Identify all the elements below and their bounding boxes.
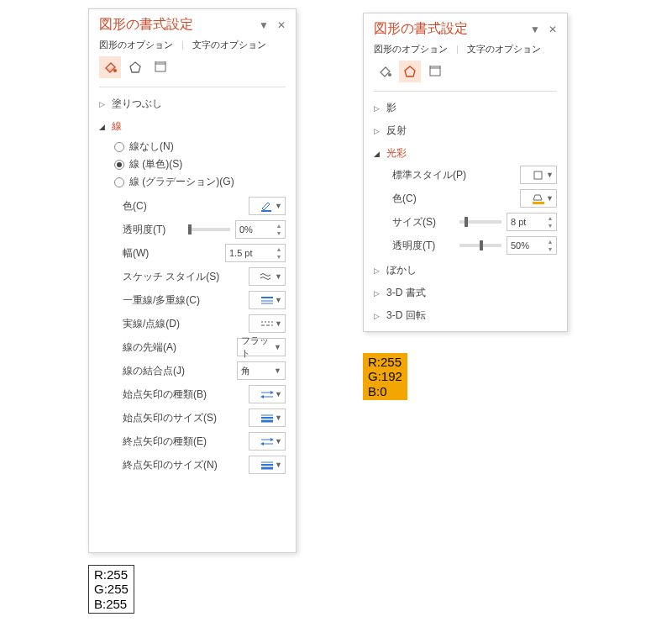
spinner[interactable]: ▲▼ [545, 238, 555, 253]
transparency-value[interactable]: 0% ▲▼ [235, 220, 286, 239]
join-dropdown[interactable]: 角▼ [237, 361, 286, 380]
fill-line-tab[interactable] [374, 61, 396, 82]
rotate3d-section: ▷3-D 回転 [364, 304, 567, 327]
rgb-amber-annotation: R:255 G:192 B:0 [363, 353, 407, 400]
spinner[interactable]: ▲▼ [545, 214, 555, 229]
color-picker[interactable]: ▼ [249, 197, 286, 215]
glow-size-slider[interactable] [459, 220, 501, 224]
prop-width: 幅(W) 1.5 pt ▲▼ [99, 241, 286, 265]
svg-rect-28 [430, 68, 440, 76]
tab-shape-options[interactable]: 図形のオプション [374, 44, 448, 54]
fill-section-header[interactable]: ▷ 塗りつぶし [99, 94, 286, 113]
triangle-right-icon: ▷ [374, 289, 382, 298]
paint-bucket-icon [102, 60, 118, 75]
prop-transparency: 透明度(T) 0% ▲▼ [99, 218, 286, 241]
tab-shape-options[interactable]: 図形のオプション [99, 40, 173, 50]
svg-rect-33 [533, 202, 544, 204]
width-value[interactable]: 1.5 pt ▲▼ [225, 244, 286, 262]
category-tabs [89, 56, 296, 82]
line-type-radios: 線なし(N) 線 (単色)(S) 線 (グラデーション)(G) [99, 136, 286, 194]
begin-arrow-size-dropdown[interactable]: ▼ [249, 409, 286, 427]
prop-glow-size: サイズ(S) 8 pt ▲▼ [374, 210, 557, 234]
radio-line-solid[interactable]: 線 (単色)(S) [114, 156, 286, 173]
glow-transparency-slider[interactable] [459, 244, 501, 247]
transparency-slider[interactable] [188, 228, 230, 231]
pen-icon [260, 200, 275, 212]
svg-point-0 [113, 69, 117, 72]
prop-end-arrow-type-label: 終点矢印の種類(E) [123, 435, 249, 449]
format-shape-panel-right: 図形の書式設定 ▼ ✕ 図形のオプション|文字のオプション ▷影 ▷反射 ◢光彩… [363, 13, 568, 332]
wavy-line-icon [259, 271, 276, 282]
prop-dash-label: 実線/点線(D) [123, 317, 249, 331]
panel-menu-caret[interactable]: ▼ [259, 19, 269, 31]
end-arrow-size-dropdown[interactable]: ▼ [249, 456, 286, 474]
line-section-header[interactable]: ◢ 線 [99, 117, 286, 136]
prop-join-label: 線の結合点(J) [123, 364, 237, 378]
triangle-right-icon: ▷ [374, 266, 382, 275]
size-tab[interactable] [424, 61, 446, 82]
format3d-header[interactable]: ▷3-D 書式 [374, 283, 557, 303]
square-icon [532, 169, 545, 181]
tab-text-options[interactable]: 文字のオプション [467, 44, 541, 54]
triangle-down-icon: ◢ [99, 123, 108, 131]
prop-cap-label: 線の先端(A) [123, 340, 237, 355]
svg-point-26 [388, 73, 391, 76]
glow-preset-dropdown[interactable]: ▼ [520, 166, 557, 184]
glow-color-picker[interactable]: ▼ [520, 189, 557, 208]
radio-icon [114, 142, 124, 152]
fill-line-tab[interactable] [99, 56, 121, 78]
lines-icon [259, 413, 276, 423]
radio-line-none[interactable]: 線なし(N) [114, 138, 286, 156]
begin-arrow-type-dropdown[interactable]: ▼ [249, 385, 286, 403]
compound-dropdown[interactable]: ▼ [249, 291, 286, 309]
prop-join: 線の結合点(J) 角▼ [99, 359, 286, 382]
size-tab[interactable] [150, 56, 171, 78]
divider [374, 91, 557, 92]
svg-rect-6 [261, 210, 271, 212]
spinner[interactable]: ▲▼ [274, 245, 284, 261]
reflection-header[interactable]: ▷反射 [374, 121, 557, 140]
arrows-icon [259, 389, 276, 399]
panel-menu-caret[interactable]: ▼ [530, 24, 540, 35]
panel-title: 図形の書式設定 [99, 16, 250, 34]
effects-tab[interactable] [124, 56, 146, 78]
fill-section: ▷ 塗りつぶし [89, 92, 296, 115]
triple-line-icon [259, 295, 276, 305]
glow-transparency-value[interactable]: 50% ▲▼ [507, 236, 557, 255]
svg-rect-2 [155, 64, 165, 71]
rgb-white-annotation: R:255 G:255 B:255 [88, 565, 134, 614]
radio-label: 線 (単色)(S) [129, 157, 182, 171]
prop-end-arrow-size: 終点矢印のサイズ(N) ▼ [99, 453, 286, 477]
fill-label: 塗りつぶし [112, 97, 162, 111]
size-icon [153, 60, 168, 75]
radio-line-gradient[interactable]: 線 (グラデーション)(G) [114, 173, 286, 191]
option-tabs: 図形のオプション|文字のオプション [89, 37, 296, 56]
prop-end-arrow-size-label: 終点矢印のサイズ(N) [123, 458, 249, 472]
effects-tab[interactable] [399, 61, 421, 82]
panel-title-row: 図形の書式設定 ▼ ✕ [364, 13, 567, 41]
prop-begin-arrow-size: 始点矢印のサイズ(S) ▼ [99, 406, 286, 430]
lines-icon [259, 460, 276, 470]
triangle-right-icon: ▷ [374, 104, 382, 113]
triangle-right-icon: ▷ [99, 100, 108, 108]
glow-header[interactable]: ◢光彩 [374, 144, 557, 163]
fill-color-icon [531, 192, 546, 204]
tab-text-options[interactable]: 文字のオプション [192, 40, 266, 50]
spinner[interactable]: ▲▼ [274, 222, 284, 237]
end-arrow-type-dropdown[interactable]: ▼ [249, 432, 286, 451]
svg-marker-15 [260, 395, 264, 398]
glow-size-value[interactable]: 8 pt ▲▼ [507, 213, 557, 231]
dash-dropdown[interactable]: ▼ [249, 314, 286, 333]
radio-icon [114, 160, 124, 170]
cap-dropdown[interactable]: フラット▼ [237, 338, 286, 356]
blur-header[interactable]: ▷ぼかし [374, 261, 557, 280]
option-tabs: 図形のオプション|文字のオプション [364, 41, 567, 61]
triangle-right-icon: ▷ [374, 312, 382, 320]
panel-close-icon[interactable]: ✕ [549, 24, 557, 35]
rotate3d-header[interactable]: ▷3-D 回転 [374, 306, 557, 325]
svg-marker-27 [405, 66, 415, 76]
shadow-header[interactable]: ▷影 [374, 98, 557, 118]
sketch-dropdown[interactable]: ▼ [249, 267, 286, 286]
pentagon-icon [128, 60, 143, 75]
panel-close-icon[interactable]: ✕ [277, 19, 286, 31]
